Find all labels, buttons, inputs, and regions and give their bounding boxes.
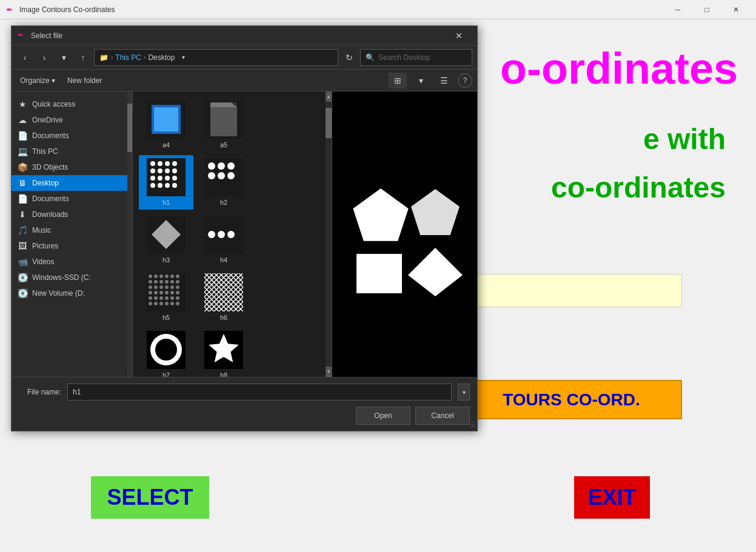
file-item-h1[interactable]: h1	[139, 155, 193, 210]
breadcrumb-thispc[interactable]: This PC	[115, 53, 141, 62]
preview-canvas	[335, 169, 475, 299]
breadcrumb-separator1: ›	[111, 54, 113, 61]
file-name-label: a4	[162, 141, 170, 149]
sidebar-icon: ⬇	[18, 210, 27, 219]
dialog-bottom: File name: ▾ Open Cancel	[12, 377, 477, 431]
scroll-up-button[interactable]: ▲	[326, 91, 332, 102]
files-scrollbar[interactable]: ▲ ▼	[326, 91, 332, 377]
maximize-button[interactable]: □	[693, 0, 721, 19]
file-item-h4[interactable]: h4	[196, 213, 251, 267]
resize-handle[interactable]: ⠿	[470, 421, 476, 430]
sidebar-item-documents[interactable]: 📄Documents	[12, 191, 132, 207]
select-button[interactable]: SELECT	[91, 476, 209, 519]
sidebar-item-this-pc[interactable]: 💻This PC	[12, 144, 132, 159]
sidebar-label: This PC	[32, 147, 58, 156]
sidebar-icon: ☁	[18, 115, 27, 125]
view-grid-button[interactable]: ⊞	[389, 73, 407, 88]
titlebar-controls: ─ □ ✕	[664, 0, 750, 19]
thumbnail-canvas	[147, 216, 186, 254]
sidebar-item-pictures[interactable]: 🖼Pictures	[12, 238, 132, 254]
file-item-h5[interactable]: h5	[139, 270, 193, 325]
file-item-a5[interactable]: a5	[196, 98, 251, 152]
minimize-button[interactable]: ─	[664, 0, 692, 19]
breadcrumb-desktop[interactable]: Desktop	[148, 53, 175, 62]
sidebar-icon: 📄	[18, 131, 27, 141]
file-name-label: h4	[220, 256, 227, 264]
bg-orange-button[interactable]: TOURS CO-ORD.	[461, 380, 682, 419]
file-item-h6[interactable]: h6	[196, 270, 251, 325]
nav-up-button[interactable]: ↑	[75, 50, 92, 65]
sidebar-scrollbar[interactable]	[127, 91, 132, 377]
sidebar-icon: 🖼	[18, 241, 27, 251]
filename-dropdown[interactable]: ▾	[458, 384, 470, 401]
filename-input[interactable]	[67, 384, 452, 401]
refresh-button[interactable]: ↻	[341, 50, 358, 65]
sidebar-item-downloads[interactable]: ⬇Downloads	[12, 207, 132, 222]
sidebar-label: Windows-SSD (C:	[32, 273, 91, 282]
bg-text-green2: co-ordinates	[551, 171, 726, 204]
sidebar-item-desktop[interactable]: 🖥Desktop	[12, 175, 132, 191]
exit-button[interactable]: EXIT	[574, 476, 650, 519]
dialog-sidebar: ★Quick access☁OneDrive📄Documents💻This PC…	[12, 91, 133, 377]
dialog-buttons: Open Cancel	[19, 407, 470, 425]
app-titlebar: ✒ Image Contours Co-ordinates ─ □ ✕	[0, 0, 756, 19]
nav-recent-button[interactable]: ▾	[55, 50, 72, 65]
dialog-title: Select file	[31, 32, 447, 40]
file-item-h2[interactable]: h2	[196, 155, 251, 210]
sidebar-label: OneDrive	[32, 116, 63, 124]
search-box[interactable]: 🔍 Search Desktop	[360, 49, 472, 66]
file-item-h8[interactable]: h8	[196, 328, 251, 377]
sidebar-item-music[interactable]: 🎵Music	[12, 222, 132, 238]
file-item-a4[interactable]: a4	[139, 98, 193, 152]
file-thumbnail	[204, 158, 243, 196]
sidebar-icon: 📹	[18, 257, 27, 267]
dialog-main: ★Quick access☁OneDrive📄Documents💻This PC…	[12, 91, 477, 377]
app-title: Image Contours Co-ordinates	[19, 5, 664, 14]
sidebar-icon: 🎵	[18, 225, 27, 235]
thumbnail-canvas	[147, 273, 186, 311]
file-name-label: h6	[220, 314, 227, 322]
sidebar-label: Music	[32, 226, 51, 234]
sidebar-label: New Volume (D:	[32, 289, 85, 298]
file-thumbnail	[147, 158, 186, 196]
file-name-label: a5	[220, 141, 227, 149]
thumbnail-canvas	[147, 158, 186, 196]
sidebar-item-windows-ssd-(c:[interactable]: 💽Windows-SSD (C:	[12, 270, 132, 285]
app-close-button[interactable]: ✕	[722, 0, 750, 19]
file-thumbnail	[204, 273, 243, 311]
view-detail-button[interactable]: ☰	[435, 73, 453, 88]
search-placeholder: Search Desktop	[378, 53, 430, 62]
sidebar-item-onedrive[interactable]: ☁OneDrive	[12, 112, 132, 128]
view-dropdown-button[interactable]: ▾	[412, 73, 430, 88]
help-button[interactable]: ?	[458, 73, 472, 88]
thumbnail-canvas	[204, 331, 243, 369]
sidebar-item-videos[interactable]: 📹Videos	[12, 254, 132, 270]
bg-input-box[interactable]	[473, 274, 682, 307]
cancel-button[interactable]: Cancel	[415, 407, 470, 425]
dialog-close-button[interactable]: ✕	[447, 28, 471, 44]
sidebar-icon: 💽	[18, 273, 27, 282]
scroll-down-button[interactable]: ▼	[326, 367, 332, 377]
sidebar-icon: 🖥	[18, 178, 27, 188]
nav-back-button[interactable]: ‹	[16, 50, 33, 65]
thumbnail-canvas	[204, 273, 243, 311]
file-item-h3[interactable]: h3	[139, 213, 193, 267]
sidebar-item-3d-objects[interactable]: 📦3D Objects	[12, 159, 132, 175]
sidebar-icon: 📦	[18, 162, 27, 172]
sidebar-label: Documents	[32, 131, 69, 140]
organize-button[interactable]: Organize ▾	[16, 73, 59, 88]
open-button[interactable]: Open	[356, 407, 410, 425]
file-thumbnail	[147, 331, 186, 369]
nav-forward-button[interactable]: ›	[36, 50, 53, 65]
sidebar-label: Quick access	[32, 100, 75, 108]
new-folder-button[interactable]: New folder	[64, 73, 105, 88]
file-item-h7[interactable]: h7	[139, 328, 193, 377]
sidebar-item-quick-access[interactable]: ★Quick access	[12, 96, 132, 112]
file-thumbnail	[147, 101, 186, 139]
sidebar-item-new-volume-(d:[interactable]: 💽New Volume (D:	[12, 285, 132, 301]
bg-text-green1: e with	[643, 122, 726, 156]
sidebar-item-documents[interactable]: 📄Documents	[12, 128, 132, 144]
breadcrumb-dropdown-button[interactable]: ▾	[177, 50, 189, 65]
file-thumbnail	[204, 331, 243, 369]
scroll-track[interactable]	[326, 102, 332, 367]
